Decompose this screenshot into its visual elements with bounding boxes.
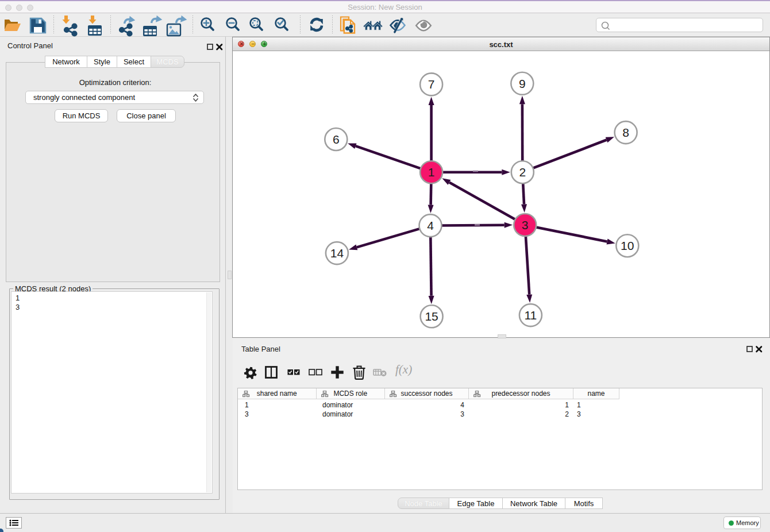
svg-text:9: 9 <box>519 77 526 90</box>
svg-text:14: 14 <box>330 246 344 260</box>
svg-text:11: 11 <box>524 309 537 322</box>
svg-text:2: 2 <box>519 165 526 179</box>
svg-text:1: 1 <box>428 165 435 179</box>
svg-text:10: 10 <box>621 239 634 252</box>
svg-text:4: 4 <box>427 219 434 232</box>
svg-text:8: 8 <box>622 126 629 139</box>
svg-text:7: 7 <box>428 78 435 91</box>
svg-text:3: 3 <box>522 218 529 232</box>
svg-text:6: 6 <box>333 133 340 146</box>
svg-text:15: 15 <box>425 310 438 323</box>
